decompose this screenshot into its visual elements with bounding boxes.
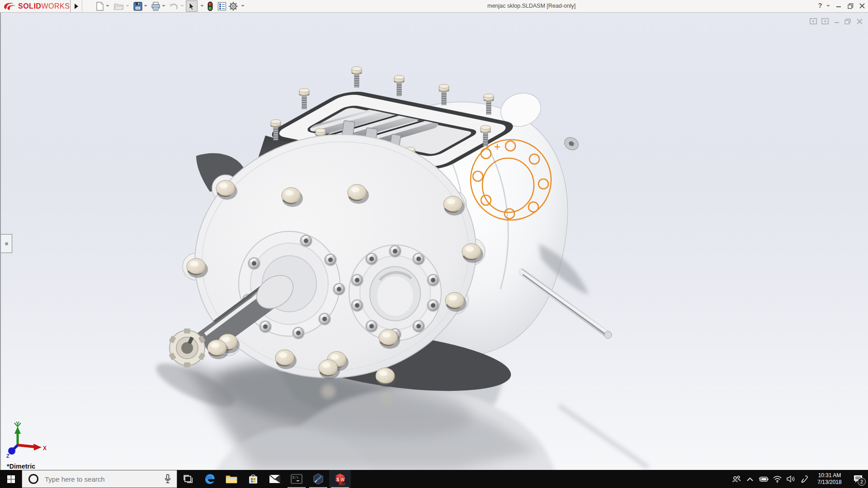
logo-text-works: WORKS — [41, 2, 70, 10]
gear-icon — [228, 1, 238, 11]
help-button[interactable]: ? — [816, 1, 825, 9]
taskbar-solidworks-button[interactable]: S W 2017 — [329, 470, 351, 488]
windows-taskbar: C:\ S W 2017 — [0, 470, 868, 488]
undo-arrow-icon — [169, 2, 179, 10]
open-folder-icon — [114, 2, 124, 10]
options-button[interactable] — [227, 0, 239, 12]
close-icon — [859, 3, 865, 9]
solidworks-ds-icon — [3, 1, 18, 11]
cmd-glyph: C:\ — [292, 476, 298, 479]
gearbox-assembly-canvas[interactable]: Y X Z — [1, 13, 868, 470]
taskbar-task-view-button[interactable] — [177, 470, 199, 488]
action-center-button[interactable]: 2 — [848, 470, 868, 488]
select-tool-button[interactable] — [186, 0, 198, 12]
help-caret[interactable] — [826, 5, 830, 7]
taskbar-store-button[interactable] — [242, 470, 264, 488]
taskbar-hexagon-app-button[interactable] — [307, 470, 329, 488]
people-button[interactable] — [730, 470, 743, 488]
open-button[interactable] — [113, 0, 125, 12]
start-button[interactable] — [0, 470, 22, 488]
select-tool-caret[interactable] — [200, 5, 204, 7]
new-document-button[interactable] — [94, 0, 106, 12]
windows-logo-icon — [7, 475, 15, 483]
people-icon — [732, 475, 741, 483]
taskbar-search-box[interactable] — [22, 470, 177, 488]
clock-date: 7/13/2018 — [813, 479, 846, 486]
search-input[interactable] — [44, 475, 159, 483]
save-caret[interactable] — [144, 5, 147, 7]
new-document-icon — [96, 2, 104, 11]
edge-browser-icon — [204, 473, 216, 485]
triad-y-label: Y — [16, 421, 19, 427]
view-orientation-label: *Dimetric — [7, 463, 35, 470]
notification-count-badge: 2 — [858, 478, 866, 486]
file-explorer-icon — [226, 474, 237, 484]
task-view-icon — [183, 474, 193, 483]
titlebar: SOLIDWORKS — [0, 0, 868, 13]
document-title: menjac sklop.SLDASM [Read-only] — [487, 3, 576, 9]
minimize-icon — [836, 3, 841, 9]
app-minimize-button[interactable] — [833, 0, 844, 12]
divider — [82, 0, 82, 12]
rebuild-button[interactable] — [204, 0, 216, 12]
rebuild-traffic-light-icon — [207, 1, 213, 11]
undo-button[interactable] — [168, 0, 179, 12]
sw-icon-letter-s: S — [336, 477, 340, 482]
microsoft-store-icon — [248, 474, 259, 484]
wifi-icon — [773, 476, 782, 483]
chevron-up-icon — [747, 477, 753, 481]
triad-z-label: Z — [6, 453, 9, 459]
taskbar-edge-button[interactable] — [199, 470, 221, 488]
print-caret[interactable] — [162, 5, 165, 7]
speaker-icon — [787, 475, 795, 483]
gearbox-model[interactable] — [169, 67, 612, 402]
battery-icon — [759, 476, 769, 482]
logo-text-solid: SOLID — [18, 2, 41, 10]
pen-icon — [801, 475, 808, 483]
save-floppy-icon — [133, 2, 142, 11]
open-caret[interactable] — [126, 5, 129, 7]
tray-overflow-button[interactable] — [743, 470, 757, 488]
print-icon — [151, 2, 160, 11]
taskbar-file-explorer-button[interactable] — [221, 470, 242, 488]
flyout-arrow-icon — [75, 4, 78, 9]
taskbar-mail-button[interactable] — [264, 470, 286, 488]
volume-button[interactable] — [784, 470, 797, 488]
app-close-button[interactable] — [856, 0, 868, 12]
restore-icon — [848, 3, 854, 9]
clock-time: 10:31 AM — [813, 472, 846, 479]
network-button[interactable] — [770, 470, 784, 488]
taskbar-cmd-button[interactable]: C:\ — [286, 470, 307, 488]
save-button[interactable] — [132, 0, 144, 12]
windows-ink-button[interactable] — [797, 470, 811, 488]
microphone-icon[interactable] — [164, 474, 171, 484]
undo-caret[interactable] — [180, 5, 184, 7]
mail-icon — [269, 474, 281, 483]
print-button[interactable] — [150, 0, 161, 12]
divider — [70, 0, 71, 12]
sw-icon-year: 2017 — [339, 483, 345, 486]
power-status-button[interactable] — [757, 470, 770, 488]
reference-triad: Y X Z — [6, 421, 47, 459]
select-cursor-icon — [188, 2, 195, 10]
hexagon-app-icon — [312, 473, 324, 485]
part-right-bearing-boss[interactable] — [349, 245, 441, 341]
file-properties-icon — [217, 2, 226, 11]
sw-icon-letter-w: W — [340, 477, 345, 482]
new-document-caret[interactable] — [106, 5, 109, 7]
menu-flyout-button[interactable] — [71, 0, 81, 12]
options-caret[interactable] — [241, 5, 245, 7]
command-prompt-icon: C:\ — [291, 474, 302, 484]
system-tray: 10:31 AM 7/13/2018 2 — [730, 470, 868, 488]
app-restore-button[interactable] — [844, 0, 856, 12]
triad-x-label: X — [43, 445, 47, 451]
file-properties-button[interactable] — [216, 0, 228, 12]
solidworks-app-icon: S W 2017 — [334, 472, 346, 486]
cortana-icon[interactable] — [28, 474, 38, 484]
graphics-viewport[interactable]: Y X Z *Dimetric — [0, 13, 868, 470]
solidworks-logo: SOLIDWORKS — [3, 1, 70, 11]
taskbar-clock[interactable]: 10:31 AM 7/13/2018 — [813, 472, 846, 486]
